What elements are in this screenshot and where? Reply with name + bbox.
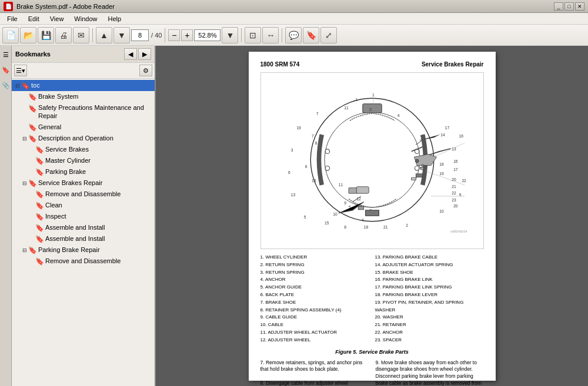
pdf-figure-caption: Figure 5. Service Brake Parts — [260, 349, 484, 355]
fit-page-button[interactable]: ⊡ — [245, 27, 261, 43]
svg-text:9: 9 — [344, 201, 346, 205]
window-controls[interactable]: _ □ ✕ — [554, 2, 584, 11]
tree-item-inspect[interactable]: 🔖 Inspect — [26, 211, 155, 222]
tree-item-remove-disassemble-2[interactable]: 🔖 Remove and Disassemble — [26, 256, 155, 267]
tree-label-toc: toc — [31, 81, 152, 89]
minimize-button[interactable]: _ — [554, 2, 563, 11]
expand-parking-repair-icon[interactable]: ⊟ — [21, 246, 28, 254]
page-number-input[interactable]: 8 — [131, 29, 149, 41]
part-10: 10. CABLE — [260, 321, 369, 329]
svg-text:1: 1 — [355, 98, 358, 102]
separator-2 — [165, 28, 165, 42]
tree-item-parking-brake[interactable]: 🔖 Parking Brake — [26, 166, 155, 177]
bookmark-clean-icon: 🔖 — [35, 202, 44, 210]
svg-text:v88040034: v88040034 — [450, 230, 467, 233]
tree-item-assemble[interactable]: 🔖 Assemble and Install — [26, 222, 155, 233]
svg-text:18: 18 — [363, 225, 368, 229]
window-title: Brake System.pdf - Adobe Reader — [16, 3, 550, 10]
tree-label-clean: Clean — [45, 201, 152, 209]
part-9: 9. CABLE GUIDE — [260, 314, 369, 321]
print-button[interactable]: 🖨 — [55, 27, 72, 43]
open-button[interactable]: 📂 — [20, 27, 36, 43]
svg-text:8: 8 — [344, 225, 346, 229]
panel-settings-button[interactable]: ⚙ — [139, 65, 152, 76]
hand-tool-icon[interactable]: ☰ — [1, 48, 11, 61]
bookmark-tree: ⊟ 🔖 toc 🔖 Brake System 🔖 Safe — [12, 79, 155, 386]
panel-toolbar: ☰▾ ⚙ — [12, 63, 155, 79]
svg-rect-11 — [358, 206, 364, 210]
email-button[interactable]: ✉ — [73, 27, 89, 43]
tree-item-remove-disassemble[interactable]: 🔖 Remove and Disassemble — [26, 189, 155, 200]
tree-item-clean[interactable]: 🔖 Clean — [26, 200, 155, 211]
part-8: 8. RETAINER SPRING ASSEMBLY (4) — [260, 307, 369, 314]
tree-item-parking-repair[interactable]: ⊟ 🔖 Parking Brake Repair — [19, 244, 155, 256]
tree-item-brake-system[interactable]: 🔖 Brake System — [19, 91, 155, 102]
new-button[interactable]: 📄 — [2, 27, 19, 43]
pdf-body-col-1: 7. Remove retainers, springs, and anchor… — [260, 360, 369, 386]
prev-page-button[interactable]: ▲ — [96, 27, 112, 43]
tree-item-adjust[interactable]: 🔖 Assemble and Install — [26, 233, 155, 244]
tree-label-service-brakes: Service Brakes — [45, 145, 152, 153]
save-button[interactable]: 💾 — [38, 27, 54, 43]
svg-text:7: 7 — [316, 112, 318, 116]
tree-item-service-repair[interactable]: ⊟ 🔖 Service Brakes Repair — [19, 177, 155, 189]
zoom-out-button[interactable]: − — [168, 29, 180, 41]
maximize-button[interactable]: □ — [564, 2, 574, 11]
panel-nav-next[interactable]: ▶ — [138, 48, 151, 60]
svg-text:16: 16 — [453, 159, 458, 163]
svg-text:18: 18 — [439, 162, 444, 166]
bookmark-safety-icon: 🔖 — [28, 105, 36, 113]
zoom-input[interactable]: 52.8% — [194, 29, 220, 41]
expand-button[interactable]: ⤢ — [320, 27, 337, 43]
expand-description-icon[interactable]: ⊟ — [21, 135, 28, 143]
bookmark-adjust-icon: 🔖 — [35, 235, 44, 243]
side-icons-panel: ☰ 🔖 📎 — [0, 46, 12, 386]
panel-nav-prev[interactable]: ◀ — [124, 48, 137, 60]
tree-item-toc[interactable]: ⊟ 🔖 toc — [12, 80, 155, 91]
bookmark-assemble-icon: 🔖 — [35, 224, 44, 232]
stamp-button[interactable]: 🔖 — [303, 27, 319, 43]
svg-text:13: 13 — [452, 147, 456, 151]
part-12: 12. ADJUSTER WHEEL — [260, 337, 369, 344]
tree-item-general[interactable]: 🔖 General — [19, 122, 155, 133]
tree-label-remove-disassemble: Remove and Disassemble — [45, 190, 152, 198]
fit-width-button[interactable]: ↔ — [262, 27, 279, 43]
part-14: 14. ADJUSTER ACTUATOR SPRING — [375, 261, 484, 269]
expand-spacer-8 — [28, 202, 35, 210]
page-navigation: 8 / 40 — [131, 29, 162, 41]
zoom-in-button[interactable]: + — [181, 29, 193, 41]
tree-item-service-brakes[interactable]: 🔖 Service Brakes — [26, 144, 155, 155]
next-page-button[interactable]: ▼ — [113, 27, 130, 43]
comment-button[interactable]: 💬 — [285, 27, 302, 43]
options-button[interactable]: ☰▾ — [14, 65, 27, 76]
expand-spacer-6 — [28, 168, 35, 176]
pdf-viewer[interactable]: 1800 SRM 574 Service Brakes Repair — [156, 46, 588, 386]
tree-label-adjust: Assemble and Install — [45, 234, 152, 243]
part-13: 13. PARKING BRAKE CABLE — [375, 254, 484, 261]
expand-spacer-5 — [28, 157, 35, 165]
bookmark-side-icon[interactable]: 🔖 — [1, 63, 11, 76]
expand-toc-icon[interactable]: ⊟ — [14, 82, 21, 90]
menu-help[interactable]: Help — [103, 14, 126, 24]
part-11: 11. ADJUSTER WHEEL ACTUATOR — [260, 329, 369, 337]
close-button[interactable]: ✕ — [575, 2, 584, 11]
svg-text:1: 1 — [372, 93, 375, 97]
bookmark-inspect-icon: 🔖 — [35, 213, 44, 221]
part-5: 5. ANCHOR GUIDE — [260, 284, 369, 291]
part-15: 15. BRAKE SHOE — [375, 269, 484, 277]
svg-rect-5 — [362, 104, 381, 113]
expand-service-repair-icon[interactable]: ⊟ — [21, 179, 28, 187]
menu-file[interactable]: File — [2, 14, 22, 24]
menu-view[interactable]: View — [45, 14, 69, 24]
zoom-dropdown-button[interactable]: ▼ — [222, 27, 238, 43]
menu-edit[interactable]: Edit — [24, 14, 44, 24]
tree-item-description[interactable]: ⊟ 🔖 Description and Operation — [19, 133, 155, 144]
menu-window[interactable]: Window — [69, 14, 102, 24]
svg-text:3: 3 — [290, 148, 293, 152]
part-6: 6. BACK PLATE — [260, 291, 369, 299]
tree-item-safety[interactable]: 🔖 Safety Precautions Maintenance and Rep… — [19, 102, 155, 122]
svg-text:10: 10 — [439, 210, 444, 214]
svg-rect-9 — [365, 210, 379, 216]
tree-item-master-cylinder[interactable]: 🔖 Master Cylinder — [26, 155, 155, 166]
attach-side-icon[interactable]: 📎 — [1, 79, 11, 92]
